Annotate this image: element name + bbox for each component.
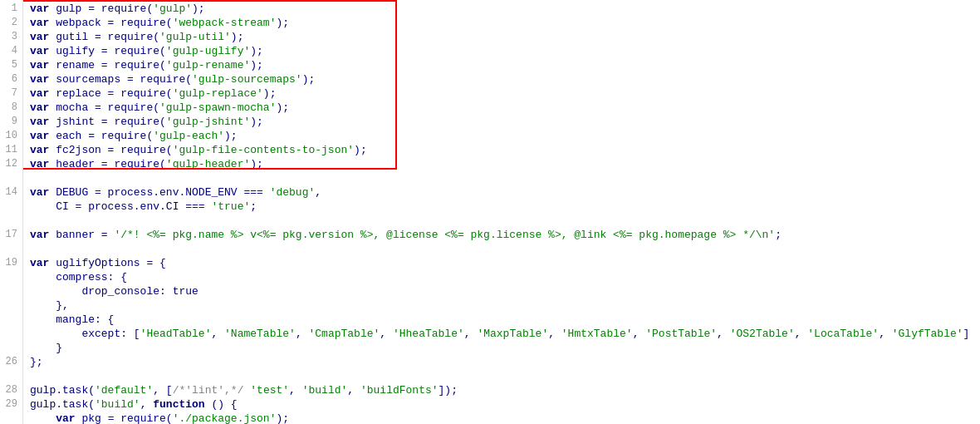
code-line-13 [30, 171, 980, 185]
line-num [0, 369, 17, 383]
line-num [0, 270, 17, 284]
line-num [0, 214, 17, 228]
code-line-9: var jshint = require('gulp-jshint'); [30, 115, 980, 129]
line-num: 9 [0, 115, 17, 129]
code-line-27 [30, 369, 980, 383]
code-line-25: } [30, 341, 980, 355]
code-line-28: gulp.task('default', [/*'lint',*/ 'test'… [30, 383, 980, 397]
line-num: 28 [0, 383, 17, 397]
line-num: 12 [0, 157, 17, 171]
code-line-17: var banner = '/*! <%= pkg.name %> v<%= p… [30, 228, 980, 242]
code-area: 1 2 3 4 5 6 7 8 9 10 11 12 14 17 19 26 [0, 0, 980, 424]
code-line-18 [30, 242, 980, 256]
line-numbers: 1 2 3 4 5 6 7 8 9 10 11 12 14 17 19 26 [0, 0, 23, 424]
code-line-6: var sourcemaps = require('gulp-sourcemap… [30, 72, 980, 86]
line-num: 5 [0, 58, 17, 72]
code-line-12: var header = require('gulp-header'); [30, 157, 980, 171]
code-line-10: var each = require('gulp-each'); [30, 129, 980, 143]
code-line-30: var pkg = require('./package.json'); [30, 412, 980, 424]
code-line-21: drop_console: true [30, 284, 980, 298]
line-num [0, 327, 17, 341]
line-num: 17 [0, 228, 17, 242]
code-line-8: var mocha = require('gulp-spawn-mocha'); [30, 101, 980, 115]
code-line-24: except: ['HeadTable', 'NameTable', 'Cmap… [30, 327, 980, 341]
line-num: 6 [0, 72, 17, 86]
line-num: 8 [0, 101, 17, 115]
line-num: 26 [0, 355, 17, 369]
line-num: 4 [0, 44, 17, 58]
line-num: 3 [0, 30, 17, 44]
code-line-20: compress: { [30, 270, 980, 284]
line-num [0, 171, 17, 185]
code-line-4: var uglify = require('gulp-uglify'); [30, 44, 980, 58]
line-num [0, 412, 17, 424]
line-num: 29 [0, 397, 17, 412]
code-line-16 [30, 214, 980, 228]
code-line-7: var replace = require('gulp-replace'); [30, 86, 980, 101]
code-editor: 1 2 3 4 5 6 7 8 9 10 11 12 14 17 19 26 [0, 0, 980, 424]
code-line-2: var webpack = require('webpack-stream'); [30, 16, 980, 30]
line-num: 2 [0, 16, 17, 30]
line-num [0, 313, 17, 327]
line-num: 1 [0, 2, 17, 16]
line-num [0, 200, 17, 214]
line-num [0, 242, 17, 256]
code-line-26: }; [30, 355, 980, 369]
code-line-3: var gutil = require('gulp-util'); [30, 30, 980, 44]
code-line-15: CI = process.env.CI === 'true'; [30, 200, 980, 214]
line-num: 7 [0, 86, 17, 101]
code-line-5: var rename = require('gulp-rename'); [30, 58, 980, 72]
code-line-19: var uglifyOptions = { [30, 256, 980, 270]
code-line-1: var gulp = require('gulp'); [30, 2, 980, 16]
line-num [0, 298, 17, 313]
line-num: 10 [0, 129, 17, 143]
code-line-29: gulp.task('build', function () { [30, 397, 980, 412]
line-num: 11 [0, 143, 17, 157]
code-content[interactable]: var gulp = require('gulp'); var webpack … [23, 0, 980, 424]
line-num: 14 [0, 185, 17, 200]
line-num [0, 284, 17, 298]
code-line-11: var fc2json = require('gulp-file-content… [30, 143, 980, 157]
code-line-22: }, [30, 298, 980, 313]
line-num: 19 [0, 256, 17, 270]
code-line-23: mangle: { [30, 313, 980, 327]
code-line-14: var DEBUG = process.env.NODE_ENV === 'de… [30, 185, 980, 200]
line-num [0, 341, 17, 355]
